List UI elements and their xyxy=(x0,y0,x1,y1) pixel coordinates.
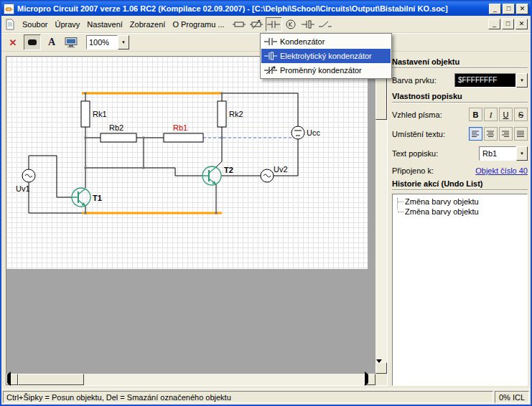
underline-button[interactable]: U xyxy=(499,108,513,121)
capacitor-dropdown-menu: Kondenzátor Elektrolytický kondenzátor P… xyxy=(260,33,392,79)
scrollbar-corner xyxy=(375,374,387,385)
resistor-tool-button[interactable] xyxy=(231,17,248,32)
scroll-right-button[interactable] xyxy=(364,374,375,385)
component-toolbar xyxy=(231,17,334,32)
bold-button[interactable]: B xyxy=(469,108,482,121)
strikethrough-button[interactable]: S xyxy=(514,108,528,121)
label-properties-header: Vlastnosti popisku xyxy=(392,92,528,103)
vertical-scrollbar[interactable] xyxy=(375,57,387,374)
window-title: Micropro Circuit 2007 verze 1.06 RC2 (Ko… xyxy=(17,4,487,13)
scroll-left-button[interactable] xyxy=(6,374,18,385)
title-bar: Micropro Circuit 2007 verze 1.06 RC2 (Ko… xyxy=(1,1,531,16)
delete-object-button[interactable]: ✕ xyxy=(4,34,22,50)
font-style-buttons: B I U S xyxy=(467,108,528,121)
text-alignment-row: Umístění textu: xyxy=(392,127,528,141)
zoom-input[interactable] xyxy=(86,35,118,49)
align-left-button[interactable] xyxy=(469,127,482,141)
preview-tool-button[interactable] xyxy=(62,34,80,50)
minimize-button[interactable]: _ xyxy=(489,4,501,14)
menu-bar: Soubor Úpravy Nastavení Zobrazení O Prog… xyxy=(1,16,531,33)
label-ucc: Ucc xyxy=(307,128,320,137)
pointer-icon xyxy=(27,38,37,47)
resistor-rk2 xyxy=(218,101,226,127)
pointer-tool-button[interactable] xyxy=(24,34,41,50)
label-text-dropdown-arrow[interactable]: ▼ xyxy=(516,146,528,161)
align-left-icon xyxy=(471,130,480,138)
undo-item[interactable]: Změna barvy objektu xyxy=(393,197,527,207)
mdi-window-controls: _ □ ✕ xyxy=(487,19,528,29)
menu-item-elektrolyticky-kondenzator[interactable]: Elektrolytický kondenzátor xyxy=(261,49,391,63)
status-icl: 0% ICL xyxy=(495,391,529,403)
text-tool-button[interactable]: A xyxy=(43,34,60,50)
label-text-combo[interactable]: Rb1 ▼ xyxy=(479,146,528,161)
resistor-rb2 xyxy=(101,133,136,142)
status-bar: Ctrl+Šipky = Posun objektu, Del = Smazán… xyxy=(1,389,531,405)
coil-tool-button[interactable] xyxy=(283,17,299,32)
zoom-dropdown-arrow[interactable]: ▼ xyxy=(118,35,129,49)
horizontal-scroll-thumb[interactable] xyxy=(18,374,84,385)
label-uv1: Uv1 xyxy=(16,184,30,193)
document-icon[interactable] xyxy=(4,19,16,30)
variable-capacitor-icon xyxy=(261,66,280,75)
undo-list[interactable]: Změna barvy objektu Změna barvy objektu xyxy=(392,194,528,386)
text-alignment-label: Umístění textu: xyxy=(392,130,445,138)
status-hint: Ctrl+Šipky = Posun objektu, Del = Smazán… xyxy=(3,391,493,403)
alignment-buttons xyxy=(467,127,528,141)
menu-zobrazeni[interactable]: Zobrazení xyxy=(126,16,169,32)
history-header: Historie akcí (Undo List) xyxy=(392,179,528,190)
connected-object-link[interactable]: Objekt číslo 40 xyxy=(475,166,528,175)
connected-to-label: Připojeno k: xyxy=(392,166,434,175)
capacitor-tool-button[interactable] xyxy=(266,17,282,32)
menu-o-programu[interactable]: O Programu ... xyxy=(169,16,228,32)
switch-tool-button[interactable] xyxy=(317,17,334,32)
undo-tree: Změna barvy objektu Změna barvy objektu xyxy=(393,194,527,217)
element-color-value: $FFFFFFFF xyxy=(454,73,516,88)
label-text-row: Text popisku: Rb1 ▼ xyxy=(392,146,528,161)
scroll-down-icon xyxy=(376,359,382,372)
align-justify-button[interactable] xyxy=(514,127,528,141)
schematic-canvas[interactable]: Rk1 Rk2 Rb2 Rb1 Ucc Uv1 Uv2 T1 T2 xyxy=(6,56,388,386)
close-button[interactable]: ✕ xyxy=(516,4,528,14)
resistor-rb1 xyxy=(164,133,203,142)
monitor-icon xyxy=(65,37,78,48)
align-center-icon xyxy=(486,130,495,138)
menu-item-promenny-kondenzator[interactable]: Proměnný kondenzátor xyxy=(261,63,391,77)
scroll-down-button[interactable] xyxy=(375,362,387,374)
circuit-wires xyxy=(29,93,298,213)
mdi-restore-button[interactable]: □ xyxy=(502,19,514,29)
font-style-label: Vzhled písma: xyxy=(392,110,442,119)
color-dropdown-arrow[interactable]: ▼ xyxy=(516,73,528,88)
label-text-value: Rb1 xyxy=(479,146,516,161)
element-color-combo[interactable]: $FFFFFFFF ▼ xyxy=(454,73,528,88)
scroll-right-icon xyxy=(365,372,368,386)
label-rb1: Rb1 xyxy=(173,123,187,132)
text-tool-icon: A xyxy=(48,37,55,48)
connected-to-row: Připojeno k: Objekt číslo 40 xyxy=(392,166,528,175)
electrolytic-capacitor-icon xyxy=(261,52,280,60)
label-t2: T2 xyxy=(224,166,233,174)
main-area: Rk1 Rk2 Rb2 Rb1 Ucc Uv1 Uv2 T1 T2 xyxy=(1,52,531,389)
menu-upravy[interactable]: Úpravy xyxy=(51,16,83,32)
circuit-drawing: Rk1 Rk2 Rb2 Rb1 Ucc Uv1 Uv2 T1 T2 xyxy=(6,57,368,269)
schematic-page[interactable]: Rk1 Rk2 Rb2 Rb1 Ucc Uv1 Uv2 T1 T2 xyxy=(6,57,368,269)
label-uv2: Uv2 xyxy=(274,165,288,174)
align-center-button[interactable] xyxy=(484,127,498,141)
electrolytic-capacitor-tool-button[interactable] xyxy=(300,17,317,32)
maximize-button[interactable]: □ xyxy=(503,4,515,14)
potentiometer-tool-button[interactable] xyxy=(248,17,265,32)
align-right-button[interactable] xyxy=(499,127,513,141)
horizontal-scrollbar[interactable] xyxy=(6,374,375,385)
mdi-close-button[interactable]: ✕ xyxy=(515,19,528,29)
menu-soubor[interactable]: Soubor xyxy=(19,16,51,32)
undo-item[interactable]: Změna barvy objektu xyxy=(393,207,527,217)
label-rb2: Rb2 xyxy=(109,123,123,132)
capacitor-icon xyxy=(261,37,280,46)
italic-button[interactable]: I xyxy=(484,108,498,121)
scroll-left-icon xyxy=(7,372,11,386)
menu-nastaveni[interactable]: Nastavení xyxy=(83,16,126,32)
element-color-row: Barva prvku: $FFFFFFFF ▼ xyxy=(392,73,528,88)
menu-item-kondenzator[interactable]: Kondenzátor xyxy=(261,34,391,49)
delete-icon: ✕ xyxy=(9,37,17,48)
mdi-minimize-button[interactable]: _ xyxy=(488,19,500,29)
object-settings-header: Nastavení objektu xyxy=(392,57,528,68)
